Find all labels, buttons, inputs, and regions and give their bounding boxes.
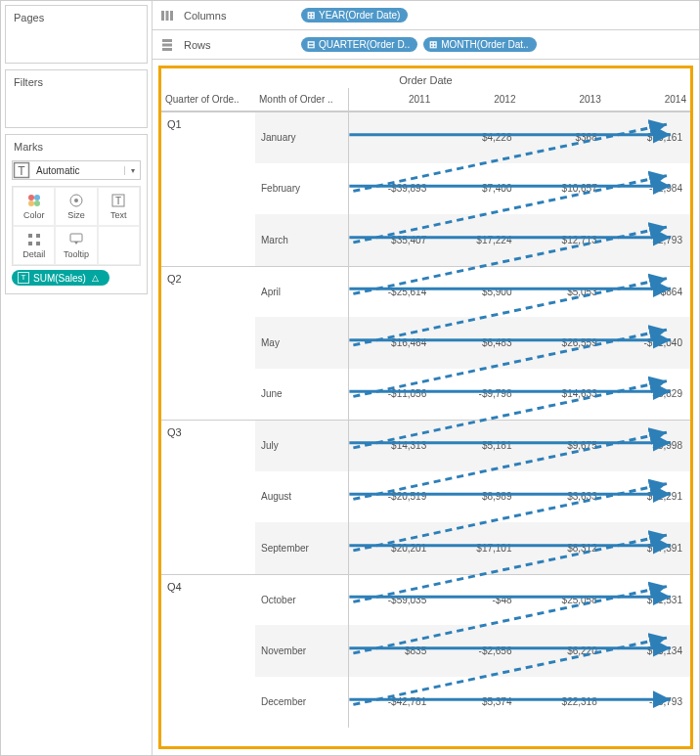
header-year-3[interactable]: 2014 — [605, 88, 690, 111]
quarter-cell[interactable]: Q1 — [161, 112, 255, 163]
columns-shelf[interactable]: Columns ⊞YEAR(Order Date) — [153, 1, 699, 30]
quarter-cell[interactable] — [161, 471, 255, 523]
measure-pill-sum-sales[interactable]: T SUM(Sales) △ — [12, 270, 109, 286]
value-cell[interactable]: $9,998 — [605, 421, 690, 471]
value-cell[interactable]: $8,312 — [520, 522, 605, 574]
rows-shelf[interactable]: Rows ⊟QUARTER(Order D..⊞MONTH(Order Dat.… — [153, 30, 699, 60]
rows-pill-1[interactable]: ⊞MONTH(Order Dat.. — [423, 37, 536, 52]
expand-icon[interactable]: ⊞ — [429, 39, 437, 50]
marks-text-button[interactable]: T Text — [98, 187, 140, 226]
value-cell[interactable]: -$8,793 — [605, 677, 690, 729]
value-cell[interactable]: $30,134 — [605, 625, 690, 677]
month-cell[interactable]: January — [255, 112, 349, 163]
quarter-cell[interactable] — [161, 522, 255, 574]
value-cell[interactable]: $16,464 — [349, 317, 434, 369]
value-cell[interactable]: $14,313 — [349, 421, 434, 471]
quarter-cell[interactable] — [161, 369, 255, 421]
value-cell[interactable]: $17,224 — [434, 214, 519, 266]
expand-icon[interactable]: ⊞ — [307, 10, 315, 21]
value-cell[interactable]: $368 — [520, 112, 605, 163]
pages-shelf[interactable]: Pages — [5, 5, 148, 64]
value-cell[interactable]: $2,793 — [605, 214, 690, 266]
value-cell[interactable]: $20,201 — [349, 522, 434, 574]
month-cell[interactable]: October — [255, 575, 349, 626]
quarter-cell[interactable] — [161, 163, 255, 215]
value-cell[interactable]: -$9,798 — [434, 369, 519, 421]
marks-type-dropdown[interactable]: T Automatic ▾ — [12, 160, 141, 180]
value-cell[interactable]: -$2,656 — [434, 625, 519, 677]
value-cell[interactable]: $5,900 — [434, 267, 519, 318]
rows-pill-0[interactable]: ⊟QUARTER(Order D.. — [301, 37, 417, 52]
quarter-cell[interactable] — [161, 214, 255, 266]
quarter-cell[interactable]: Q4 — [161, 575, 255, 626]
value-cell[interactable]: $8,829 — [605, 369, 690, 421]
value-cell[interactable]: -$59,035 — [349, 575, 434, 626]
value-cell[interactable]: $6,220 — [520, 625, 605, 677]
value-cell[interactable]: $35,407 — [349, 214, 434, 266]
value-cell[interactable]: $835 — [349, 625, 434, 677]
month-cell[interactable]: July — [255, 421, 349, 471]
value-cell[interactable]: $864 — [605, 267, 690, 318]
quarter-cell[interactable] — [161, 625, 255, 677]
value-cell[interactable] — [349, 112, 434, 163]
value-cell[interactable]: $8,989 — [434, 471, 519, 523]
marks-color-button[interactable]: Color — [13, 187, 55, 226]
month-cell[interactable]: June — [255, 369, 349, 421]
value-cell[interactable]: $10,657 — [520, 163, 605, 215]
svg-rect-18 — [162, 39, 172, 42]
header-year-1[interactable]: 2012 — [434, 88, 519, 111]
value-cell[interactable]: $5,374 — [434, 677, 519, 729]
month-cell[interactable]: February — [255, 163, 349, 215]
columns-pill-0[interactable]: ⊞YEAR(Order Date) — [301, 8, 408, 22]
value-cell[interactable]: -$48 — [434, 575, 519, 626]
value-cell[interactable]: -$11,040 — [605, 317, 690, 369]
header-year-0[interactable]: 2011 — [349, 88, 434, 111]
svg-text:T: T — [18, 164, 25, 178]
value-cell[interactable]: -$2,984 — [605, 163, 690, 215]
value-cell[interactable]: $17,391 — [605, 522, 690, 574]
quarter-cell[interactable]: Q2 — [161, 267, 255, 318]
marks-tooltip-button[interactable]: Tooltip — [55, 226, 97, 265]
marks-size-button[interactable]: Size — [55, 187, 97, 226]
header-year-2[interactable]: 2013 — [520, 88, 605, 111]
value-cell[interactable]: $12,713 — [520, 214, 605, 266]
value-cell[interactable]: $5,053 — [520, 267, 605, 318]
month-cell[interactable]: December — [255, 677, 349, 729]
month-cell[interactable]: August — [255, 471, 349, 523]
quarter-cell[interactable]: Q3 — [161, 421, 255, 471]
value-cell[interactable]: $22,318 — [520, 677, 605, 729]
month-cell[interactable]: May — [255, 317, 349, 369]
value-cell[interactable]: $6,483 — [434, 317, 519, 369]
value-cell[interactable]: $12,291 — [605, 471, 690, 523]
value-cell[interactable]: $9,675 — [520, 421, 605, 471]
value-cell[interactable]: $5,181 — [434, 421, 519, 471]
quarter-cell[interactable] — [161, 317, 255, 369]
value-cell[interactable]: -$39,893 — [349, 163, 434, 215]
expand-icon[interactable]: ⊟ — [307, 39, 315, 50]
month-cell[interactable]: April — [255, 267, 349, 318]
value-cell[interactable]: $3,633 — [520, 471, 605, 523]
month-cell[interactable]: September — [255, 522, 349, 574]
value-cell[interactable]: -$42,781 — [349, 677, 434, 729]
month-cell[interactable]: November — [255, 625, 349, 677]
value-cell[interactable]: $17,101 — [434, 522, 519, 574]
color-icon — [26, 193, 42, 208]
value-cell[interactable]: $14,633 — [520, 369, 605, 421]
quarter-cell[interactable] — [161, 677, 255, 729]
value-cell[interactable]: -$25,614 — [349, 267, 434, 318]
header-quarter[interactable]: Quarter of Orde.. — [161, 88, 255, 111]
value-cell[interactable]: $4,228 — [434, 112, 519, 163]
value-cell[interactable]: $21,531 — [605, 575, 690, 626]
value-cell[interactable]: $26,161 — [605, 112, 690, 163]
value-cell[interactable]: -$11,056 — [349, 369, 434, 421]
month-cell[interactable]: March — [255, 214, 349, 266]
value-cell[interactable]: -$20,519 — [349, 471, 434, 523]
filters-shelf[interactable]: Filters — [5, 69, 148, 128]
header-month[interactable]: Month of Order .. — [255, 88, 349, 111]
value-cell[interactable]: $26,559 — [520, 317, 605, 369]
value-cell[interactable]: $25,058 — [520, 575, 605, 626]
table-row: May$16,464$6,483$26,559-$11,040 — [161, 317, 690, 369]
table-row: June-$11,056-$9,798$14,633$8,829 — [161, 369, 690, 421]
value-cell[interactable]: $7,400 — [434, 163, 519, 215]
marks-detail-button[interactable]: Detail — [13, 226, 55, 265]
